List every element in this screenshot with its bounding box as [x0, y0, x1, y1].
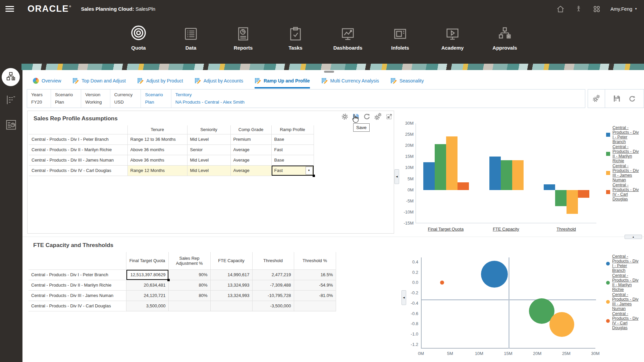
tab-adjust-by-accounts[interactable]: Adjust by Accounts	[195, 75, 243, 88]
cell[interactable]	[210, 301, 252, 311]
person-icon[interactable]	[574, 5, 583, 13]
nav-item-reports[interactable]: Reports	[217, 19, 269, 51]
bar-final-target-quota[interactable]	[458, 182, 469, 190]
cell[interactable]: 16.5%	[294, 269, 336, 280]
legend-item[interactable]: Central - Products - Div I - Peter Branc…	[606, 254, 639, 273]
nav-item-data[interactable]: Data	[165, 19, 217, 51]
cell[interactable]: Fast▼	[271, 165, 314, 176]
cell[interactable]: Mid Level	[187, 165, 230, 176]
nav-item-academy[interactable]: Academy	[426, 19, 479, 51]
preferences-button[interactable]	[592, 95, 601, 103]
cell[interactable]: Above 36 months	[127, 144, 187, 155]
cell[interactable]: -81.0%	[294, 290, 336, 301]
legend-item[interactable]: Central - Products - Div III - James Num…	[606, 164, 639, 182]
bar-threshold[interactable]	[578, 190, 589, 198]
pov-version-2[interactable]: VersionWorking	[81, 89, 110, 108]
nav-item-infolets[interactable]: Infolets	[374, 19, 426, 51]
cell[interactable]: Base	[271, 155, 314, 165]
bar-threshold[interactable]	[544, 184, 555, 190]
category-label-threshold[interactable]: Threshold	[538, 227, 595, 232]
nav-item-tasks[interactable]: Tasks	[269, 19, 322, 51]
tab-adjust-by-product[interactable]: Adjust by Product	[137, 75, 183, 88]
sidebar-item-hierarchy[interactable]	[2, 68, 20, 86]
user-menu[interactable]: Amy.Feng▼	[610, 6, 637, 12]
save-button[interactable]	[613, 95, 621, 103]
cell[interactable]: 24,120,721	[126, 290, 168, 301]
bar-final-target-quota[interactable]	[446, 136, 458, 190]
refresh-button[interactable]	[363, 112, 371, 121]
row-header[interactable]: Central - Products - Div IV - Carl Dougl…	[29, 301, 126, 311]
legend-item[interactable]: Central - Products - Div II - Marilyn Ri…	[606, 144, 639, 163]
row-header[interactable]: Central - Products - Div I - Peter Branc…	[29, 269, 126, 280]
cell[interactable]	[294, 301, 336, 311]
cell[interactable]: 12,513,397.80629	[126, 269, 168, 280]
cell[interactable]: Premium	[230, 134, 271, 144]
cell[interactable]: Senior	[187, 144, 230, 155]
cell[interactable]: Range 12 to 36 Months	[127, 134, 187, 144]
tab-top-down-and-adjust[interactable]: Top Down and Adjust	[72, 75, 126, 88]
bar-fte-capacity[interactable]	[512, 160, 524, 190]
pov-scenario-1[interactable]: ScenarioPlan	[51, 89, 81, 108]
panel-drag-handle[interactable]	[324, 71, 334, 73]
cell[interactable]	[168, 301, 210, 311]
menu-button[interactable]	[5, 5, 14, 13]
cell[interactable]: Average	[230, 155, 271, 165]
cell[interactable]: Mid Level	[187, 155, 230, 165]
bar-fte-capacity[interactable]	[501, 160, 512, 190]
bar-final-target-quota[interactable]	[435, 144, 446, 190]
tab-overview[interactable]: Overview	[33, 75, 61, 88]
legend-item[interactable]: Central - Products - Div I - Peter Branc…	[606, 125, 639, 144]
cell[interactable]: Base	[271, 134, 314, 144]
cell[interactable]: 3,500,000	[126, 301, 168, 311]
bubble-central-products-div-i-peter-branch[interactable]	[481, 261, 508, 288]
settings-button[interactable]	[340, 112, 349, 121]
fill-handle[interactable]	[313, 175, 315, 177]
pov-scenario-4[interactable]: ScenarioPlan	[141, 89, 171, 108]
splitter-collapse-left-top[interactable]: ◀	[394, 169, 399, 184]
cell[interactable]: Mid Level	[187, 134, 230, 144]
refresh-button[interactable]	[628, 95, 636, 103]
bubble-central-products-div-iv-carl-douglas[interactable]	[440, 281, 444, 285]
nav-item-approvals[interactable]: Approvals	[479, 19, 531, 51]
cell[interactable]: 2,477,219	[252, 269, 294, 280]
cell[interactable]: 13,324,993	[210, 290, 252, 301]
cell[interactable]: Range 12 Months	[127, 165, 187, 176]
row-header[interactable]: Central - Products - Div III - James Num…	[29, 155, 127, 165]
legend-item[interactable]: Central - Products - Div II - Marilyn Ri…	[606, 273, 639, 292]
tab-seasonality[interactable]: Seasonality	[390, 75, 424, 88]
row-header[interactable]: Central - Products - Div I - Peter Branc…	[29, 134, 127, 144]
category-label-fte-capacity[interactable]: FTE Capacity	[478, 227, 535, 232]
row-header[interactable]: Central - Products - Div II - Marilyn Ri…	[29, 280, 126, 290]
cell[interactable]: -10,795,728	[252, 290, 294, 301]
cell[interactable]: -3,500,000	[252, 301, 294, 311]
nav-item-quota[interactable]: Quota	[112, 19, 165, 51]
tab-ramp-up-and-profile[interactable]: Ramp Up and Profile	[255, 75, 310, 88]
fill-handle[interactable]	[167, 279, 170, 281]
pov-territory-5[interactable]: TerritoryNA Products - Central - Alex Sm…	[171, 89, 253, 108]
cell[interactable]: -54.9%	[294, 280, 336, 290]
cell[interactable]: 90%	[168, 269, 210, 280]
cell[interactable]: -7,309,488	[252, 280, 294, 290]
row-header[interactable]: Central - Products - Div IV - Carl Dougl…	[29, 165, 127, 176]
bar-final-target-quota[interactable]	[423, 162, 435, 190]
preferences-button[interactable]	[374, 112, 382, 121]
apps-grid-icon[interactable]	[592, 5, 601, 13]
legend-item[interactable]: Central - Products - Div III - James Num…	[606, 292, 639, 311]
row-header[interactable]: Central - Products - Div III - James Num…	[29, 290, 126, 301]
save-button[interactable]	[352, 112, 360, 121]
cell[interactable]: 14,990,617	[210, 269, 252, 280]
splitter-collapse-up[interactable]: ▲	[625, 235, 642, 239]
pov-years-0[interactable]: YearsFY20	[27, 89, 51, 108]
cell[interactable]: 80%	[168, 280, 210, 290]
cell[interactable]: 80%	[168, 290, 210, 301]
bar-threshold[interactable]	[567, 190, 578, 214]
sidebar-item-report-doc[interactable]	[4, 118, 18, 132]
legend-item[interactable]: Central - Products - Div IV - Carl Dougl…	[606, 311, 639, 330]
sidebar-item-task-list[interactable]	[5, 94, 17, 107]
cell[interactable]: Average	[230, 165, 271, 176]
cell[interactable]: Fast	[271, 144, 314, 155]
cell[interactable]: Above 36 months	[127, 155, 187, 165]
legend-item[interactable]: Central - Products - Div IV - Carl Dougl…	[606, 183, 639, 201]
maximize-button[interactable]	[385, 112, 393, 121]
bar-fte-capacity[interactable]	[489, 157, 501, 190]
